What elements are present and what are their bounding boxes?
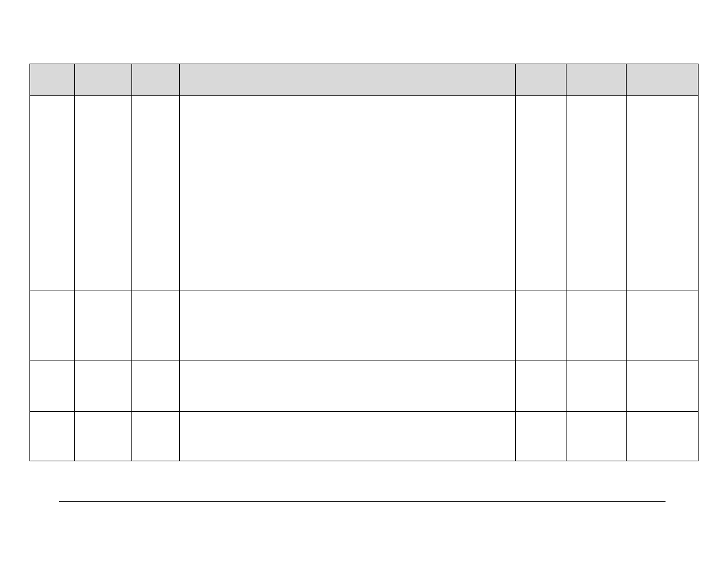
table-cell [515,290,566,361]
table-cell [566,96,627,290]
page-container [29,64,699,502]
header-cell-6 [566,64,627,96]
header-cell-5 [515,64,566,96]
table-cell [566,361,627,412]
table-cell [131,361,179,412]
header-cell-3 [131,64,179,96]
header-cell-2 [75,64,132,96]
table-cell [131,96,179,290]
table-cell [180,412,516,461]
table-row [30,290,699,361]
header-row [30,64,699,96]
table-cell [515,412,566,461]
table-cell [75,412,132,461]
header-cell-7 [626,64,698,96]
table-cell [131,290,179,361]
header-cell-4 [180,64,516,96]
table-cell [626,361,698,412]
table-header [30,64,699,96]
table-cell [30,361,75,412]
table-cell [626,96,698,290]
table-cell [515,96,566,290]
table-body [30,96,699,461]
table-cell [30,412,75,461]
table-cell [626,290,698,361]
table-cell [566,412,627,461]
table-cell [566,290,627,361]
table-cell [626,412,698,461]
header-cell-1 [30,64,75,96]
table-cell [30,290,75,361]
table-row [30,361,699,412]
table-cell [131,412,179,461]
table-row [30,412,699,461]
table-cell [30,96,75,290]
table-cell [180,290,516,361]
footer-divider [59,501,666,502]
table-cell [180,361,516,412]
data-table [29,64,699,461]
table-row [30,96,699,290]
table-cell [75,290,132,361]
table-cell [75,361,132,412]
table-cell [515,361,566,412]
table-cell [180,96,516,290]
table-cell [75,96,132,290]
